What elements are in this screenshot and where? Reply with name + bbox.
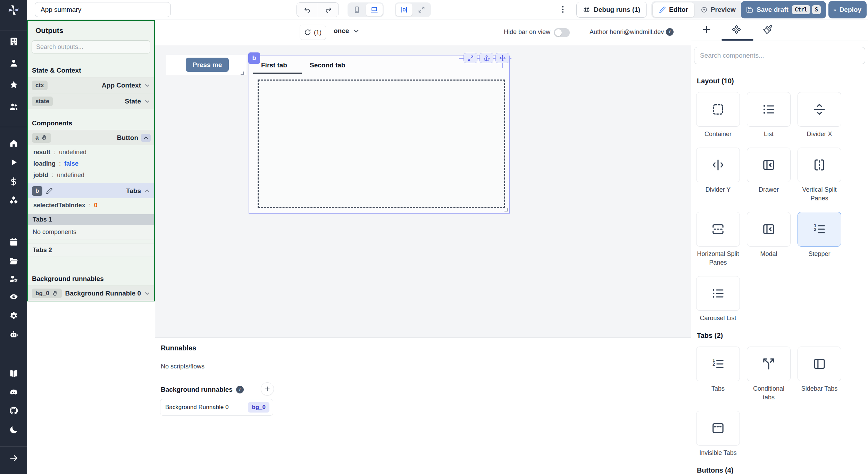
- undo-button[interactable]: [297, 3, 318, 17]
- panel-divider[interactable]: [289, 338, 289, 474]
- star-icon[interactable]: [9, 80, 18, 90]
- moon-icon[interactable]: [9, 425, 18, 434]
- resize-handle[interactable]: [241, 72, 244, 75]
- tabs1-section-header[interactable]: Tabs 1: [28, 214, 154, 225]
- center-canvas-button[interactable]: [396, 3, 412, 16]
- tabs-card[interactable]: 12: [696, 347, 740, 381]
- bg0-chip: bg_0: [32, 289, 62, 298]
- save-draft-button[interactable]: Save draft CtrlS: [741, 1, 826, 18]
- resize-handle[interactable]: [504, 208, 508, 211]
- state-output-row[interactable]: state State: [28, 93, 154, 109]
- svg-text:2: 2: [814, 227, 816, 232]
- first-tab[interactable]: First tab: [261, 61, 287, 69]
- refresh-mode-select[interactable]: once: [334, 27, 360, 35]
- expand-button[interactable]: [464, 53, 477, 63]
- cubes-icon[interactable]: [9, 196, 18, 205]
- eye-icon[interactable]: [9, 292, 18, 301]
- add-background-runnable-button[interactable]: [261, 382, 274, 396]
- anchor-button[interactable]: [479, 53, 493, 63]
- insert-tab[interactable]: [702, 25, 711, 34]
- component-label: Drawer: [759, 185, 779, 194]
- user-cog-icon[interactable]: [9, 274, 18, 283]
- app-summary-input[interactable]: [35, 2, 171, 17]
- maximize-icon: [418, 6, 425, 14]
- chevron-down-icon[interactable]: [144, 82, 151, 89]
- background-runnable-item[interactable]: Background Runnable 0 bg_0: [160, 399, 273, 416]
- tabs2-section-header[interactable]: Tabs 2: [28, 243, 154, 257]
- horizontal-split-panes-card[interactable]: [696, 212, 740, 247]
- press-me-button[interactable]: Press me: [186, 58, 229, 72]
- shortcut-key: Ctrl: [792, 5, 810, 14]
- building-icon[interactable]: [9, 37, 18, 46]
- background-runnable-row[interactable]: bg_0 Background Runnable 0: [28, 285, 154, 301]
- move-button[interactable]: [495, 53, 509, 63]
- canvas-area: (1) once Hide bar on view Author henri@w…: [155, 19, 691, 338]
- button-component-cell[interactable]: Press me: [166, 55, 247, 75]
- sidebar-tabs-card[interactable]: [798, 347, 841, 381]
- preview-tab[interactable]: Preview: [694, 2, 742, 17]
- modal-item: Modal: [747, 212, 791, 258]
- background-runnables-subtitle: Background runnables i: [161, 386, 244, 393]
- people-icon[interactable]: [9, 102, 18, 111]
- second-tab[interactable]: Second tab: [310, 61, 345, 69]
- component-label: Conditional tabs: [747, 384, 791, 402]
- redo-button[interactable]: [318, 3, 339, 17]
- modal-card[interactable]: [747, 212, 791, 247]
- component-grid: ContainerListDivider XDivider YDrawerVer…: [696, 92, 863, 323]
- tab-content-dropzone[interactable]: [258, 80, 505, 208]
- stepper-card[interactable]: 12: [798, 212, 841, 247]
- full-width-button[interactable]: [413, 3, 430, 16]
- mobile-view-button[interactable]: [349, 3, 365, 16]
- component-label: Invisible Tabs: [699, 449, 737, 457]
- info-icon[interactable]: i: [236, 386, 244, 393]
- desktop-view-button[interactable]: [366, 3, 383, 16]
- container-card[interactable]: [696, 92, 740, 127]
- search-components-input[interactable]: [694, 47, 865, 64]
- play-icon[interactable]: [9, 158, 18, 167]
- github-icon[interactable]: [9, 406, 18, 415]
- carousel-list-card[interactable]: [696, 276, 740, 311]
- invisible-tabs-card[interactable]: [696, 411, 740, 446]
- list-card[interactable]: [747, 92, 791, 127]
- home-icon[interactable]: [9, 139, 18, 148]
- arrow-right-icon[interactable]: [9, 454, 18, 463]
- dollar-icon[interactable]: [9, 177, 18, 186]
- editor-tab[interactable]: Editor: [653, 2, 694, 17]
- discord-icon[interactable]: [9, 388, 18, 397]
- search-outputs-input[interactable]: [32, 40, 150, 53]
- phone-icon: [353, 6, 361, 14]
- conditional-tabs-card[interactable]: [747, 347, 791, 381]
- ctx-output-row[interactable]: ctx App Context: [28, 77, 154, 93]
- info-icon[interactable]: i: [666, 28, 674, 36]
- person-icon[interactable]: [9, 58, 18, 68]
- folder-icon[interactable]: [9, 256, 18, 266]
- tabs-component-row[interactable]: b Tabs: [28, 183, 154, 198]
- chevron-down-icon[interactable]: [144, 290, 151, 297]
- components-tab[interactable]: [732, 25, 741, 34]
- chevron-up-icon[interactable]: [144, 188, 151, 194]
- pencil-icon[interactable]: [46, 188, 53, 194]
- refresh-count-button[interactable]: (1): [300, 25, 326, 40]
- gear-icon[interactable]: [9, 311, 18, 321]
- button-props-list: result:undefinedloading:falsejobId:undef…: [28, 145, 154, 183]
- button-component-row[interactable]: a Button: [28, 130, 154, 145]
- divider-x-card[interactable]: [798, 92, 841, 127]
- hide-bar-toggle[interactable]: [554, 28, 570, 37]
- calendar-icon[interactable]: [9, 237, 18, 247]
- book-icon[interactable]: [9, 369, 18, 378]
- more-menu-button[interactable]: [558, 5, 567, 15]
- drawer-card[interactable]: [747, 148, 791, 182]
- deploy-button[interactable]: Deploy: [828, 1, 867, 18]
- robot-icon[interactable]: [9, 330, 18, 340]
- divider-y-card[interactable]: [696, 148, 740, 182]
- windmill-logo-icon[interactable]: [7, 3, 20, 17]
- canvas-grid[interactable]: Press me b First tab Second tab: [155, 45, 691, 338]
- debug-runs-button[interactable]: Debug runs (1): [576, 2, 647, 18]
- chevron-down-icon[interactable]: [144, 98, 151, 105]
- styling-tab[interactable]: [763, 25, 773, 34]
- tabs-component[interactable]: First tab Second tab: [249, 56, 510, 214]
- expand-icon: [467, 55, 474, 61]
- vertical-split-panes-card[interactable]: [798, 148, 841, 182]
- button-prop-row: loading:false: [28, 158, 154, 169]
- collapse-button[interactable]: [141, 134, 151, 142]
